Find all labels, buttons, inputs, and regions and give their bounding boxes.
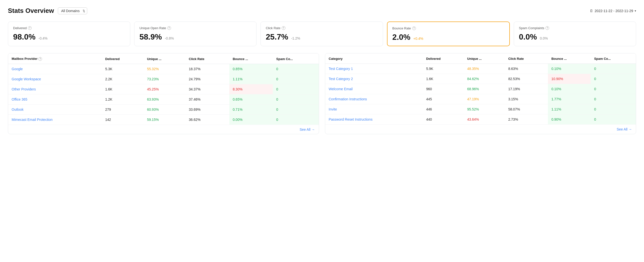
category-col-click: Click Rate (505, 54, 548, 64)
mailbox-bounce: 0.65% (229, 94, 273, 104)
mailbox-unique-open: 55.32% (144, 64, 185, 74)
bounce-rate-main-value: 2.0% (392, 33, 410, 42)
mailbox-provider-link[interactable]: Outlook (12, 108, 24, 112)
mailbox-delivered: 279 (102, 104, 144, 115)
stat-card-spam-values: 0.0% 0.0% (519, 32, 631, 42)
category-link[interactable]: Test Category 1 (329, 67, 353, 71)
table-row: Test Category 2 1.6K 84.62% 82.53% 10.90… (325, 74, 636, 84)
category-link[interactable]: Confirmation Instructions (329, 97, 367, 101)
mailbox-unique-open: 73.23% (144, 74, 185, 84)
stat-card-delivered: Delivered ? 98.0% -0.4% (8, 22, 130, 46)
category-click-rate: 17.19% (505, 84, 548, 94)
category-col-spam: Spam Co... (590, 54, 636, 64)
domain-selector[interactable]: All Domains (58, 8, 87, 14)
category-unique-open: 43.64% (464, 114, 505, 124)
table-row: Other Providers 1.6K 45.25% 34.37% 8.30%… (8, 84, 319, 94)
domain-selector-wrapper[interactable]: All Domains (58, 8, 87, 14)
mailbox-provider-link[interactable]: Google (12, 67, 23, 71)
stat-card-bounce-rate: Bounce Rate ? 2.0% +0.4% (387, 22, 510, 46)
page-title: Stats Overview (8, 7, 54, 14)
category-delivered: 1.6K (422, 74, 464, 84)
date-range-selector[interactable]: 🗓 2022-11-22 - 2022-11-29 ▾ (590, 9, 636, 13)
mailbox-spam: 0 (273, 84, 319, 94)
category-link[interactable]: Invite (329, 107, 337, 111)
category-link[interactable]: Welcome Email (329, 87, 353, 91)
tables-row: Mailbox Provider ? Delivered Unique ... … (8, 53, 636, 134)
unique-open-info-icon[interactable]: ? (167, 26, 171, 30)
mailbox-provider-link[interactable]: Office 365 (12, 98, 28, 101)
unique-open-main-value: 58.9% (140, 32, 162, 42)
category-table-panel: Category Delivered Unique ... Click Rate… (325, 53, 636, 134)
mailbox-unique-open: 45.25% (144, 84, 185, 94)
category-spam: 0 (590, 94, 636, 104)
mailbox-info-icon[interactable]: ? (38, 57, 42, 61)
mailbox-bounce: 0.85% (229, 64, 273, 74)
category-bounce: 10.90% (548, 74, 590, 84)
mailbox-bounce: 0.00% (229, 115, 273, 125)
mailbox-unique-open: 63.93% (144, 94, 185, 104)
stat-card-click-rate-label: Click Rate ? (266, 26, 378, 30)
mailbox-spam: 0 (273, 115, 319, 125)
mailbox-see-all-link[interactable]: See All → (300, 128, 315, 132)
date-range-label: 2022-11-22 - 2022-11-29 (594, 9, 633, 13)
category-spam: 0 (590, 114, 636, 124)
category-click-rate: 82.53% (505, 74, 548, 84)
category-bounce: 0.90% (548, 114, 590, 124)
category-unique-open: 48.35% (464, 64, 505, 74)
click-rate-main-value: 25.7% (266, 32, 288, 42)
table-row: Office 365 1.2K 63.93% 37.46% 0.65% 0 (8, 94, 319, 104)
category-delivered: 440 (422, 114, 464, 124)
category-unique-open: 95.52% (464, 104, 505, 114)
category-delivered: 960 (422, 84, 464, 94)
category-bounce: 0.10% (548, 84, 590, 94)
table-row: Outlook 279 60.93% 33.69% 0.71% 0 (8, 104, 319, 115)
category-click-rate: 2.73% (505, 114, 548, 124)
category-see-all-link[interactable]: See All → (617, 127, 632, 131)
category-col-name: Category (325, 54, 422, 64)
mailbox-delivered: 5.3K (102, 64, 144, 74)
category-spam: 0 (590, 104, 636, 114)
category-link[interactable]: Test Category 2 (329, 77, 353, 81)
unique-open-delta: -0.8% (165, 36, 174, 40)
spam-complaints-info-icon[interactable]: ? (546, 26, 549, 30)
stat-card-unique-open-values: 58.9% -0.8% (140, 32, 251, 42)
mailbox-delivered: 2.2K (102, 74, 144, 84)
mailbox-provider-table: Mailbox Provider ? Delivered Unique ... … (8, 54, 319, 124)
mailbox-unique-open: 60.93% (144, 104, 185, 115)
category-spam: 0 (590, 74, 636, 84)
stat-card-spam-complaints: Spam Complaints ? 0.0% 0.0% (514, 22, 636, 46)
stat-card-bounce-rate-label: Bounce Rate ? (392, 26, 504, 30)
spam-delta: 0.0% (540, 36, 548, 40)
stat-card-unique-open-rate: Unique Open Rate ? 58.9% -0.8% (134, 22, 256, 46)
category-click-rate: 58.07% (505, 104, 548, 114)
category-delivered: 445 (422, 94, 464, 104)
delivered-info-icon[interactable]: ? (28, 26, 32, 30)
mailbox-provider-link[interactable]: Other Providers (12, 87, 36, 91)
mailbox-spam: 0 (273, 64, 319, 74)
stat-card-spam-complaints-label: Spam Complaints ? (519, 26, 631, 30)
table-row: Invite 446 95.52% 58.07% 1.11% 0 (325, 104, 636, 114)
mailbox-delivered: 142 (102, 115, 144, 125)
click-rate-info-icon[interactable]: ? (282, 26, 286, 30)
mailbox-bounce: 8.30% (229, 84, 273, 94)
mailbox-provider-link[interactable]: Mimecast Email Protection (12, 118, 53, 122)
mailbox-click-rate: 36.62% (185, 115, 229, 125)
category-see-all-row: See All → (325, 124, 636, 134)
mailbox-click-rate: 33.69% (185, 104, 229, 115)
table-row: Welcome Email 960 68.96% 17.19% 0.10% 0 (325, 84, 636, 94)
table-row: Confirmation Instructions 445 47.19% 3.1… (325, 94, 636, 104)
category-spam: 0 (590, 64, 636, 74)
mailbox-see-all-row: See All → (8, 124, 319, 134)
bounce-rate-info-icon[interactable]: ? (412, 26, 416, 30)
stat-card-bounce-rate-values: 2.0% +0.4% (392, 33, 504, 42)
page-header: Stats Overview All Domains 🗓 2022-11-22 … (8, 7, 636, 14)
mailbox-provider-table-panel: Mailbox Provider ? Delivered Unique ... … (8, 53, 319, 134)
category-link[interactable]: Password Reset Instructions (329, 118, 372, 121)
table-row: Mimecast Email Protection 142 59.15% 36.… (8, 115, 319, 125)
stat-card-click-rate-values: 25.7% -1.2% (266, 32, 378, 42)
mailbox-click-rate: 34.37% (185, 84, 229, 94)
mailbox-provider-link[interactable]: Google Workspace (12, 77, 41, 81)
mailbox-col-delivered: Delivered (102, 54, 144, 64)
mailbox-col-provider: Mailbox Provider ? (8, 54, 102, 64)
mailbox-spam: 0 (273, 94, 319, 104)
